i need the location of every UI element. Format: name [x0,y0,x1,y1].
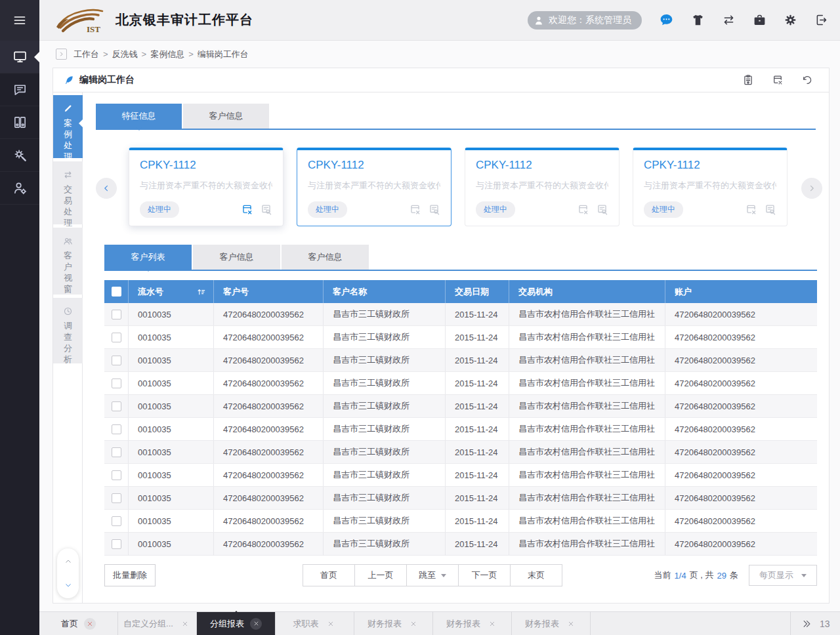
close-tab-button[interactable] [179,618,191,630]
row-checkbox[interactable] [112,401,121,411]
clipboard-icon[interactable] [742,74,754,86]
doc-remove-icon[interactable] [241,203,253,216]
chevron-down-icon[interactable] [64,581,73,590]
chevron-up-icon[interactable] [64,557,73,566]
row-checkbox[interactable] [112,333,121,342]
table-row[interactable]: 0010035 47206480200039562 昌吉市三工镇财政所 2015… [104,372,817,395]
vertical-tab[interactable]: 客户视窗 [53,228,83,295]
vertical-tab[interactable]: 交易处理 [53,161,83,224]
feature-tab[interactable]: 特征信息 [96,104,182,129]
close-tab-button[interactable] [565,618,577,630]
bottom-tab-bar: 首页 自定义分组... 分组报表 求职表 财务报表 [39,611,840,635]
case-card[interactable]: CPKY-1112 与注册资本严重不符的大额资金收付 处理中 [297,148,452,226]
history-icon [63,306,73,316]
table-row[interactable]: 0010035 47206480200039562 昌吉市三工镇财政所 2015… [104,464,817,487]
case-card[interactable]: CPKY-1112 与注册资本严重不符的大额资金收付 处理中 [633,148,788,226]
carousel-prev-button[interactable] [96,178,117,199]
table-row[interactable]: 0010035 47206480200039562 昌吉市三工镇财政所 2015… [104,349,817,372]
table-row[interactable]: 0010035 47206480200039562 昌吉市三工镇财政所 2015… [104,441,817,464]
logout-icon[interactable] [814,13,828,27]
sidebar-nav-item[interactable] [0,106,39,139]
case-card[interactable]: CPKY-1112 与注册资本严重不符的大额资金收付 处理中 [129,148,284,226]
sidebar-nav-item[interactable] [0,139,39,172]
doc-remove-icon[interactable] [577,203,589,216]
undo-icon[interactable] [801,74,813,86]
row-checkbox[interactable] [112,356,121,365]
table-row[interactable]: 0010035 47206480200039562 昌吉市三工镇财政所 2015… [104,487,817,510]
menu-button[interactable] [0,0,39,41]
per-page-select[interactable]: 每页显示 [749,565,817,586]
gear-icon[interactable] [784,13,797,27]
page-button[interactable]: 上一页 [354,564,407,586]
table-row[interactable]: 0010035 47206480200039562 昌吉市三工镇财政所 2015… [104,418,817,441]
bottom-tab-label: 财务报表 [525,618,559,630]
bottom-tab[interactable]: 求职表 [276,612,354,635]
table-row[interactable]: 0010035 47206480200039562 昌吉市三工镇财政所 2015… [104,326,817,349]
page-button[interactable]: 末页 [510,564,562,586]
case-card[interactable]: CPKY-1112 与注册资本严重不符的大额资金收付 处理中 [465,148,620,226]
close-icon [253,621,259,626]
list-tab[interactable]: 客户列表 [104,245,192,270]
select-all-checkbox[interactable] [112,287,121,297]
bottom-tab-label: 财务报表 [446,618,480,630]
case-code: CPKY-1112 [308,159,440,172]
message-icon[interactable] [659,12,674,28]
row-checkbox[interactable] [112,493,121,503]
table-row[interactable]: 0010035 47206480200039562 昌吉市三工镇财政所 2015… [104,533,817,556]
breadcrumb-toggle-button[interactable] [56,49,67,60]
doc-search-icon[interactable] [428,203,440,216]
bottom-tab[interactable]: 分组报表 [197,612,276,635]
feature-tab[interactable]: 客户信息 [183,104,269,129]
doc-search-icon[interactable] [764,203,776,216]
list-tab[interactable]: 客户信息 [282,245,369,270]
table-row[interactable]: 0010035 47206480200039562 昌吉市三工镇财政所 2015… [104,395,817,418]
double-right-icon[interactable] [801,619,812,629]
sidebar-nav-item[interactable] [0,41,39,73]
sidebar-nav-item[interactable] [0,172,39,205]
page-button[interactable]: 跳至 [406,564,459,586]
close-tab-button[interactable] [325,618,337,630]
breadcrumb-item[interactable]: 反洗钱 [112,49,138,60]
doc-remove-icon[interactable] [409,203,421,216]
bottom-tab[interactable]: 财务报表 [433,612,512,635]
breadcrumb-item[interactable]: 案例信息 [150,49,184,60]
bottom-tab[interactable]: 自定义分组... [118,612,197,635]
sidebar-nav-item[interactable] [0,73,39,106]
breadcrumb-item[interactable]: 工作台 [74,49,99,60]
row-checkbox[interactable] [112,379,121,388]
sort-icon[interactable] [196,287,207,297]
page-button[interactable]: 首页 [303,564,355,586]
bottom-tab[interactable]: 财务报表 [512,612,591,635]
page-info: 当前 1/4 页 , 共 29 条 [654,569,738,581]
batch-delete-button[interactable]: 批量删除 [104,564,156,586]
vertical-tab[interactable]: 调查分析 [53,298,83,363]
briefcase-icon[interactable] [753,13,766,27]
doc-remove-icon[interactable] [772,74,784,86]
close-tab-button[interactable] [408,618,419,630]
close-tab-button[interactable] [486,618,498,630]
doc-search-icon[interactable] [260,203,272,216]
bottom-tab[interactable]: 财务报表 [354,612,433,635]
row-checkbox[interactable] [112,447,121,457]
table-row[interactable]: 0010035 47206480200039562 昌吉市三工镇财政所 2015… [104,303,817,326]
doc-remove-icon[interactable] [745,203,757,216]
row-checkbox[interactable] [112,424,121,434]
breadcrumb-item[interactable]: 编辑岗工作台 [198,49,249,60]
vertical-tab[interactable]: 案例处理 [53,95,83,158]
row-checkbox[interactable] [112,470,121,480]
bottom-tab[interactable]: 首页 [39,612,118,635]
row-checkbox[interactable] [112,310,121,319]
close-tab-button[interactable] [84,618,96,630]
carousel-next-button[interactable] [801,178,822,199]
close-tab-button[interactable] [250,618,262,630]
page-button[interactable]: 下一页 [458,564,511,586]
list-tab[interactable]: 客户信息 [193,245,280,270]
doc-search-icon[interactable] [596,203,608,216]
table-row[interactable]: 0010035 47206480200039562 昌吉市三工镇财政所 2015… [104,510,817,533]
swap-icon[interactable] [722,13,736,27]
row-checkbox[interactable] [112,539,121,549]
welcome-user-button[interactable]: 欢迎您：系统管理员 [528,11,642,30]
row-checkbox[interactable] [112,516,121,526]
vertical-tab-label: 客户视窗 [64,250,73,295]
tshirt-icon[interactable] [691,13,705,27]
